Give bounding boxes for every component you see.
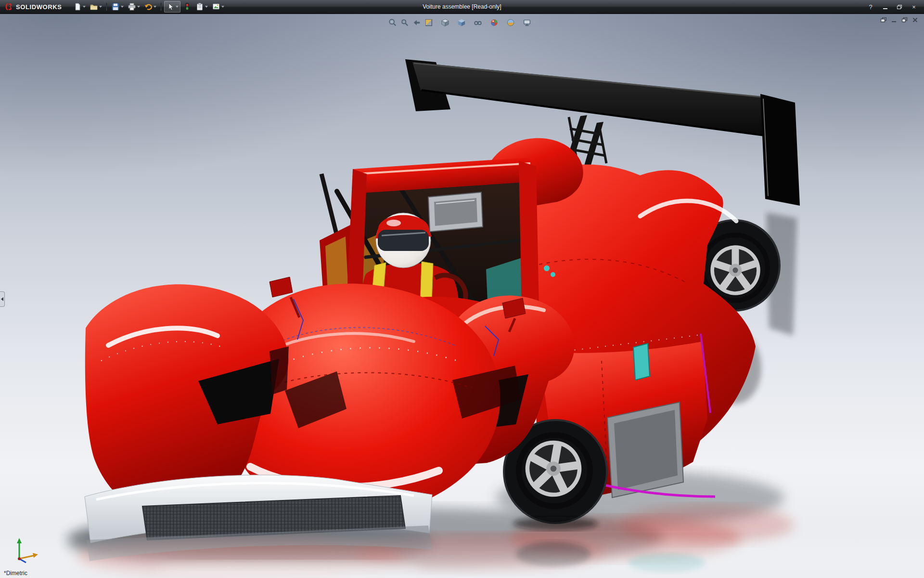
new-document-icon [73,2,82,11]
view-orientation-icon [441,18,449,27]
dassault-logo-icon [4,3,13,11]
print-button[interactable] [126,1,141,12]
restore-button[interactable] [894,2,905,11]
select-button[interactable] [164,1,180,13]
solidworks-window: SOLIDWORKS [0,0,924,578]
doc-minimize-icon [891,17,897,23]
doc-close-button[interactable] [911,16,919,24]
model-scene[interactable] [0,14,924,578]
open-button[interactable] [88,1,103,12]
save-icon [111,2,120,11]
undo-button[interactable] [142,1,158,12]
file-properties-button[interactable] [194,1,209,12]
doc-minimize-button[interactable] [890,16,898,24]
zoom-to-area-button[interactable] [400,18,410,27]
close-button[interactable]: × [909,2,919,11]
rebuild-icon [183,2,192,11]
edit-appearance-button[interactable] [489,18,503,27]
previous-view-button[interactable] [412,18,422,27]
rear-view-mirror[interactable] [428,192,483,232]
apply-scene-icon [506,18,515,27]
rebuild-button[interactable] [181,1,193,12]
undo-icon [144,2,153,11]
zoom-to-fit-icon [388,18,397,27]
window-controls: ? × [865,2,924,11]
apply-scene-button[interactable] [506,18,520,27]
orientation-triad[interactable] [11,536,41,565]
previous-view-icon [412,18,421,27]
section-view-button[interactable] [424,18,438,27]
select-cursor-icon [166,2,175,11]
doc-restore-icon [902,17,908,23]
window-title: Voiture assemblee [Read-only] [423,3,501,10]
help-button[interactable]: ? [865,2,876,11]
print-icon [128,2,136,11]
view-settings-button[interactable] [522,18,536,27]
minimize-button[interactable] [880,2,890,11]
options-icon [212,2,220,11]
side-window-teal[interactable] [633,343,650,380]
document-window-controls [879,16,919,24]
zoom-to-area-icon [400,18,409,27]
view-orientation-button[interactable] [440,18,454,27]
graphics-viewport[interactable]: *Dimetric [0,14,924,578]
view-settings-icon [523,18,531,27]
display-style-icon [457,18,466,27]
zoom-to-fit-button[interactable] [388,18,398,27]
open-icon [90,2,98,11]
save-button[interactable] [110,1,125,12]
app-name: SOLIDWORKS [16,3,62,11]
hide-show-items-button[interactable] [473,18,487,27]
view-orientation-label: *Dimetric [4,570,27,577]
hide-show-items-icon [474,18,482,27]
solidworks-logo: SOLIDWORKS [0,3,67,11]
section-view-icon [424,18,433,27]
panel-collapse-arrow[interactable] [0,291,5,307]
doc-cascade-button[interactable] [879,16,887,24]
doc-restore-button[interactable] [900,16,909,24]
doc-close-icon [912,17,918,23]
edit-appearance-icon [490,18,499,27]
file-properties-icon [195,2,204,11]
heads-up-toolbar [385,17,539,28]
doc-cascade-icon [881,17,886,23]
display-style-button[interactable] [457,18,471,27]
new-document-button[interactable] [72,1,87,12]
title-bar: SOLIDWORKS [0,0,924,14]
teal-knob [544,265,550,271]
main-toolbar [72,1,226,13]
options-button[interactable] [210,1,226,12]
